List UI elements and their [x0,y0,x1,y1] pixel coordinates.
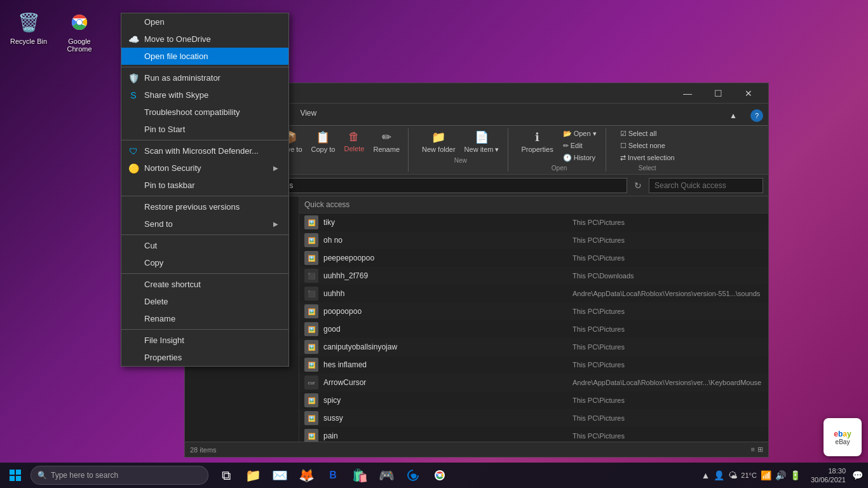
btn-new-item[interactable]: 📄 New item ▾ [461,128,503,156]
window-controls: — ☐ ✕ [673,84,763,103]
file-list[interactable]: 🖼️ tiky This PC\Pictures 🖼️ oh no This P… [299,214,768,442]
btn-open[interactable]: 📂 Open ▾ [559,128,600,139]
tray-volume[interactable]: 🔊 [775,470,786,480]
loc-arrow: Andre\AppData\Local\Roblox\Versions\ver.… [573,379,763,386]
table-row[interactable]: ⬛ uuhhh_2f769 This PC\Downloads [299,267,768,285]
clock-date: 30/06/2021 [811,475,846,484]
name-spicy: spicy [323,396,567,405]
view-details-icon[interactable]: ≡ [751,445,755,454]
properties-label: Properties [522,146,553,153]
shield-icon: 🛡️ [128,73,139,83]
ebay-widget[interactable]: ebay eBay [824,418,862,456]
btn-select-none[interactable]: ☐ Select none [616,140,679,151]
ctx-restore-versions[interactable]: Restore previous versions [121,198,288,215]
btn-copy-to[interactable]: 📋 Copy to [308,128,339,155]
address-input[interactable] [242,178,627,193]
table-row[interactable]: 🖼️ sussy This PC\Pictures [299,409,768,427]
btn-invert-sel[interactable]: ⇄ Invert selection [616,152,679,163]
taskbar-search[interactable]: 🔍 Type here to search [31,466,208,485]
minimize-button[interactable]: — [673,84,702,103]
name-poo: poopoopoo [323,307,567,316]
app-button[interactable]: 🎮 [374,463,399,488]
taskbar-clock[interactable]: 18:30 30/06/2021 [807,466,850,485]
table-row[interactable]: 🖼️ pain This PC\Pictures [299,427,768,442]
btn-edit[interactable]: ✏ Edit [559,140,600,151]
new-item-icon: 📄 [475,130,489,144]
ctx-properties[interactable]: Properties [121,349,288,366]
loc-uuhhh2: This PC\Downloads [573,272,763,280]
close-button[interactable]: ✕ [734,84,763,103]
task-view-button[interactable]: ⧉ [214,463,239,488]
svg-rect-3 [10,470,15,475]
btn-history[interactable]: 🕐 History [559,152,600,163]
svg-rect-5 [10,476,15,481]
ribbon-collapse[interactable]: ▲ [719,106,748,125]
refresh-button[interactable]: ↻ [631,179,645,193]
firefox-button[interactable]: 🦊 [294,463,319,488]
ctx-file-insight[interactable]: File Insight [121,332,288,349]
btn-delete[interactable]: 🗑 Delete [341,128,367,155]
tray-weather[interactable]: 🌤 [728,470,737,480]
btn-select-all[interactable]: ☑ Select all [616,128,679,139]
tab-view[interactable]: View [292,106,324,125]
taskbar-right: ▲ 👤 🌤 21°C 📶 🔊 🔋 18:30 30/06/2021 💬 [698,466,869,485]
ctx-rename[interactable]: Rename [121,310,288,327]
recycle-bin-label: Recycle Bin [10,37,47,45]
ctx-copy[interactable]: Copy [121,254,288,271]
maximize-button[interactable]: ☐ [703,84,733,103]
store-button[interactable]: 🛍️ [347,463,372,488]
tray-user[interactable]: 👤 [714,470,724,480]
tray-network[interactable]: 📶 [761,470,771,480]
ctx-pin-taskbar[interactable]: Pin to taskbar [121,177,288,194]
search-input[interactable] [649,178,763,193]
tray-battery[interactable]: 🔋 [790,470,801,480]
table-row[interactable]: 🖼️ caniputyoballsinyojaw This PC\Picture… [299,338,768,356]
recycle-bin-img: 🗑️ [16,10,41,35]
btn-rename[interactable]: ✏ Rename [370,128,403,155]
table-row[interactable]: 🖼️ peepeepoopoo This PC\Pictures [299,249,768,267]
ctx-open-location[interactable]: Open file location [121,48,288,65]
view-tiles-icon[interactable]: ⊞ [757,445,763,454]
google-chrome-icon[interactable]: Google Chrome [57,6,102,56]
tray-expand[interactable]: ▲ [702,470,710,480]
ctx-move-onedrive[interactable]: ☁️ Move to OneDrive [121,30,288,48]
ctx-norton[interactable]: 🟡 Norton Security ▶ [121,159,288,177]
ctx-run-admin[interactable]: 🛡️ Run as administrator [121,69,288,86]
ribbon-help[interactable]: ? [750,109,763,122]
table-row[interactable]: cur ArrowCursor Andre\AppData\Local\Robl… [299,374,768,391]
mail-button[interactable]: ✉️ [267,463,292,488]
table-row[interactable]: 🖼️ hes inflamed This PC\Pictures [299,356,768,374]
chrome-button[interactable] [427,463,452,488]
ctx-pin-start[interactable]: Pin to Start [121,121,288,138]
ctx-open[interactable]: Open [121,13,288,30]
table-row[interactable]: ⬛ uuhhh Andre\AppData\Local\Roblox\Versi… [299,285,768,302]
thumb-hes: 🖼️ [304,358,318,372]
ctx-sep-3 [121,196,288,196]
loc-good: This PC\Pictures [573,325,763,333]
edge-button[interactable] [400,463,426,488]
start-button[interactable] [0,463,31,488]
table-row[interactable]: 🖼️ poopoopoo This PC\Pictures [299,302,768,320]
ctx-cut[interactable]: Cut [121,237,288,254]
loc-poo: This PC\Pictures [573,308,763,315]
bitwarden-button[interactable]: B [320,463,346,488]
ctx-delete[interactable]: Delete [121,293,288,310]
ebay-logo: ebay [834,430,851,438]
select-label: Select [639,165,656,172]
ctx-send-to[interactable]: Send to ▶ [121,215,288,233]
table-row[interactable]: 🖼️ oh no This PC\Pictures [299,231,768,249]
name-hes: hes inflamed [323,360,567,369]
table-row[interactable]: 🖼️ spicy This PC\Pictures [299,391,768,409]
btn-new-folder[interactable]: 📁 New folder [419,128,459,156]
ctx-scan-defender[interactable]: 🛡 Scan with Microsoft Defender... [121,142,288,159]
notification-button[interactable]: 💬 [852,470,863,480]
btn-properties[interactable]: ℹ Properties [519,128,557,163]
table-row[interactable]: 🖼️ good This PC\Pictures [299,320,768,338]
ctx-share-skype[interactable]: S Share with Skype [121,86,288,104]
ctx-create-shortcut[interactable]: Create shortcut [121,276,288,293]
recycle-bin-icon[interactable]: 🗑️ Recycle Bin [6,6,51,56]
ctx-troubleshoot[interactable]: Troubleshoot compatibility [121,104,288,121]
file-explorer-button[interactable]: 📁 [240,463,266,488]
table-row[interactable]: 🖼️ tiky This PC\Pictures [299,214,768,231]
ctx-sep-5 [121,273,288,274]
